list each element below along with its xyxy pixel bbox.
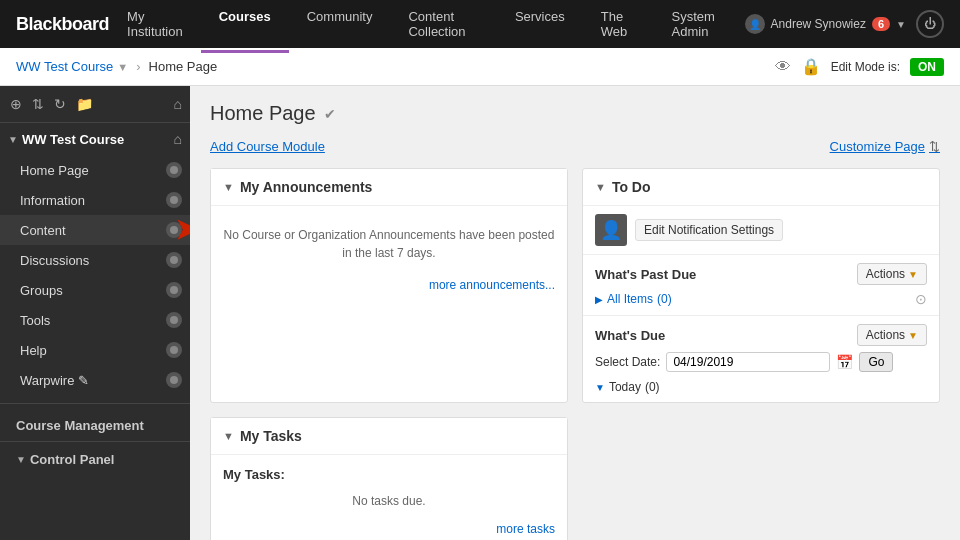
announcements-module: ▼ My Announcements No Course or Organiza… xyxy=(210,168,568,403)
app-layout: ⊕ ⇅ ↻ 📁 ⌂ ▼ WW Test Course ⌂ Home Page I… xyxy=(0,86,960,540)
sidebar-swap-icon[interactable]: ⇅ xyxy=(30,94,46,114)
user-avatar-icon: 👤 xyxy=(745,14,765,34)
sidebar-item-help[interactable]: Help xyxy=(0,335,190,365)
whats-due-actions-caret: ▼ xyxy=(908,330,918,341)
sidebar-item-groups[interactable]: Groups xyxy=(0,275,190,305)
go-button[interactable]: Go xyxy=(859,352,893,372)
past-due-actions-button[interactable]: Actions ▼ xyxy=(857,263,927,285)
todo-user-row: 👤 Edit Notification Settings xyxy=(583,206,939,255)
past-due-title: What's Past Due xyxy=(595,267,696,282)
announcements-header: ▼ My Announcements xyxy=(211,169,567,206)
sidebar-item-tools-label: Tools xyxy=(20,313,166,328)
whats-due-section: What's Due Actions ▼ Select Date: 📅 Go ▼ xyxy=(583,316,939,402)
sidebar-section-arrow: ▼ xyxy=(8,134,18,145)
top-nav-right: 👤 Andrew Synowiez 6 ▼ ⏻ xyxy=(745,10,944,38)
sidebar-control-panel-header[interactable]: ▼ Control Panel xyxy=(8,448,182,471)
sidebar-item-information-bullet xyxy=(166,192,182,208)
past-due-header: What's Past Due Actions ▼ xyxy=(595,263,927,285)
blackboard-logo: Blackboard xyxy=(16,14,109,35)
sidebar-management-header[interactable]: Course Management xyxy=(8,414,182,437)
all-items-count: (0) xyxy=(657,292,672,306)
page-title-row: Home Page ✔ xyxy=(210,102,940,125)
power-icon[interactable]: ⏻ xyxy=(916,10,944,38)
sidebar-item-content-label: Content xyxy=(20,223,166,238)
modules-grid: ▼ My Announcements No Course or Organiza… xyxy=(210,168,940,540)
nav-link-my-institution[interactable]: My Institution xyxy=(109,0,201,53)
date-row: Select Date: 📅 Go xyxy=(595,352,927,372)
date-input[interactable] xyxy=(666,352,830,372)
announcements-title: My Announcements xyxy=(240,179,373,195)
whats-due-actions-label: Actions xyxy=(866,328,905,342)
customize-sort-icon: ⇅ xyxy=(929,139,940,154)
sidebar-folder-icon[interactable]: 📁 xyxy=(74,94,95,114)
lock-icon[interactable]: 🔒 xyxy=(801,57,821,76)
sidebar-item-home-page-label: Home Page xyxy=(20,163,166,178)
sidebar-item-home-page[interactable]: Home Page xyxy=(0,155,190,185)
visibility-icon[interactable]: 👁 xyxy=(775,58,791,76)
all-items-link[interactable]: ▶ All Items (0) xyxy=(595,292,672,306)
edit-notification-settings-button[interactable]: Edit Notification Settings xyxy=(635,219,783,241)
all-items-arrow: ▶ xyxy=(595,294,603,305)
tasks-label: My Tasks: xyxy=(223,467,555,482)
announcements-more-link[interactable]: more announcements... xyxy=(223,278,555,292)
edit-mode-label: Edit Mode is: xyxy=(831,60,900,74)
breadcrumb-page: Home Page xyxy=(149,59,218,74)
add-module-button[interactable]: Add Course Module xyxy=(210,139,325,154)
sidebar-refresh-icon[interactable]: ↻ xyxy=(52,94,68,114)
sidebar-item-home-page-bullet xyxy=(166,162,182,178)
tasks-more-link[interactable]: more tasks xyxy=(223,522,555,536)
sidebar-item-tools[interactable]: Tools xyxy=(0,305,190,335)
whats-due-header: What's Due Actions ▼ xyxy=(595,324,927,346)
sidebar-item-groups-label: Groups xyxy=(20,283,166,298)
sidebar-home-icon[interactable]: ⌂ xyxy=(174,96,182,112)
tasks-body: My Tasks: No tasks due. more tasks xyxy=(211,455,567,540)
user-name: Andrew Synowiez xyxy=(771,17,866,31)
user-dropdown-arrow[interactable]: ▼ xyxy=(896,19,906,30)
announcements-collapse-icon[interactable]: ▼ xyxy=(223,181,234,193)
sidebar-item-help-label: Help xyxy=(20,343,166,358)
sidebar-item-help-bullet xyxy=(166,342,182,358)
today-label: Today xyxy=(609,380,641,394)
tasks-module: ▼ My Tasks My Tasks: No tasks due. more … xyxy=(210,417,568,540)
sidebar-course-header[interactable]: ▼ WW Test Course ⌂ xyxy=(0,123,190,155)
whats-due-actions-button[interactable]: Actions ▼ xyxy=(857,324,927,346)
sidebar-item-tools-bullet xyxy=(166,312,182,328)
sidebar-section-home-icon[interactable]: ⌂ xyxy=(174,131,182,147)
breadcrumb-course-label: WW Test Course xyxy=(16,59,113,74)
customize-area: Customize Page ⇅ xyxy=(830,139,940,154)
nav-link-services[interactable]: Services xyxy=(497,0,583,53)
tasks-title: My Tasks xyxy=(240,428,302,444)
todo-title: To Do xyxy=(612,179,651,195)
sidebar-item-discussions[interactable]: Discussions xyxy=(0,245,190,275)
breadcrumb-icons: 👁 🔒 Edit Mode is: ON xyxy=(775,57,944,76)
nav-link-courses[interactable]: Courses xyxy=(201,0,289,53)
notification-badge[interactable]: 6 xyxy=(872,17,890,31)
nav-link-community[interactable]: Community xyxy=(289,0,391,53)
customize-page-label: Customize Page xyxy=(830,139,925,154)
sidebar-item-groups-bullet xyxy=(166,282,182,298)
sidebar-item-information[interactable]: Information xyxy=(0,185,190,215)
nav-link-content-collection[interactable]: Content Collection xyxy=(390,0,496,53)
breadcrumb-course[interactable]: WW Test Course ▼ xyxy=(16,59,128,74)
sidebar-control-panel-arrow: ▼ xyxy=(16,454,26,465)
sidebar-item-warpwire-label: Warpwire ✎ xyxy=(20,373,166,388)
tasks-header: ▼ My Tasks xyxy=(211,418,567,455)
page-title: Home Page xyxy=(210,102,316,125)
sidebar-item-discussions-bullet xyxy=(166,252,182,268)
sidebar-item-warpwire[interactable]: Warpwire ✎ xyxy=(0,365,190,395)
tasks-collapse-icon[interactable]: ▼ xyxy=(223,430,234,442)
today-section[interactable]: ▼ Today (0) xyxy=(595,380,927,394)
sidebar-toolbar: ⊕ ⇅ ↻ 📁 ⌂ xyxy=(0,86,190,123)
user-info[interactable]: 👤 Andrew Synowiez 6 ▼ xyxy=(745,14,906,34)
sidebar-add-icon[interactable]: ⊕ xyxy=(8,94,24,114)
past-due-actions-label: Actions xyxy=(866,267,905,281)
todo-collapse-icon[interactable]: ▼ xyxy=(595,181,606,193)
calendar-icon[interactable]: 📅 xyxy=(836,354,853,370)
sidebar-item-content[interactable]: Content ➤ xyxy=(0,215,190,245)
nav-link-system-admin[interactable]: System Admin xyxy=(654,0,745,53)
customize-page-button[interactable]: Customize Page ⇅ xyxy=(830,139,940,154)
nav-link-the-web[interactable]: The Web xyxy=(583,0,654,53)
breadcrumb-dropdown-arrow[interactable]: ▼ xyxy=(117,61,128,73)
edit-mode-toggle[interactable]: ON xyxy=(910,58,944,76)
main-content: Home Page ✔ Add Course Module Customize … xyxy=(190,86,960,540)
